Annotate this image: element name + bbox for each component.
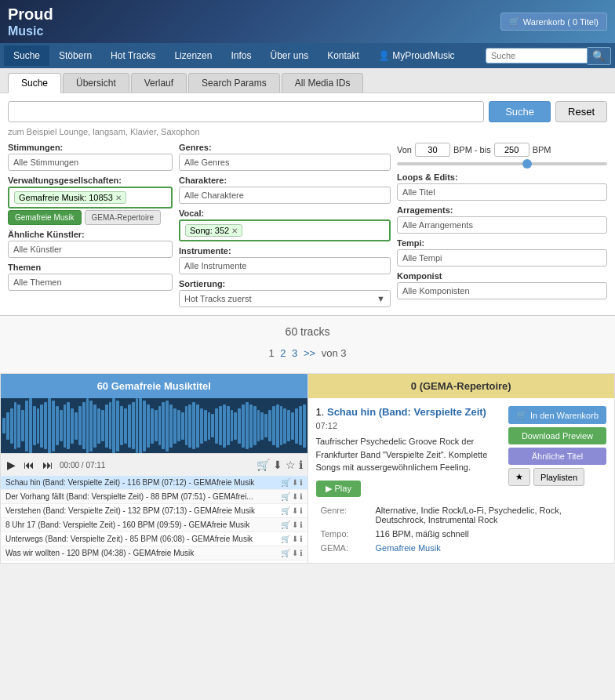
- results-summary: 60 tracks 1 2 3 >> von 3: [0, 316, 615, 373]
- filter-themen: Themen Alle Themen: [8, 263, 173, 291]
- btn-gemafreie[interactable]: Gemafreie Musik: [8, 210, 82, 225]
- track-dl-icon[interactable]: ⬇: [292, 506, 298, 515]
- track-dl-icon[interactable]: ⬇: [292, 549, 298, 557]
- filter-genres: Genres: Alle Genres: [179, 143, 391, 171]
- sortierung-label: Sortierung:: [179, 279, 391, 288]
- track-cart-icon[interactable]: 🛒: [281, 492, 290, 501]
- star-small-icon[interactable]: ☆: [286, 459, 296, 471]
- filter-instrumente: Instrumente: Alle Instrumente: [179, 246, 391, 274]
- track-item[interactable]: Unterwegs (Band: Verspielte Zeit) - 85 B…: [1, 532, 308, 546]
- filter-vocal: Vocal: Song: 352 ✕: [179, 209, 391, 241]
- page-3-link[interactable]: 3: [292, 347, 297, 359]
- genres-label: Genres:: [179, 143, 391, 152]
- loops-select[interactable]: Alle Titel: [397, 183, 607, 201]
- track-col-right: 0 (GEMA-Repertoire) 🛒 In den Warenkorb D…: [308, 373, 616, 564]
- verwaltung-tag-remove[interactable]: ✕: [115, 194, 122, 202]
- verwaltung-input[interactable]: Gemafreie Musik: 10853 ✕: [8, 187, 173, 209]
- aehnliche-select[interactable]: Alle Künstler: [8, 241, 173, 258]
- tempo-value: 116 BPM, mäßig schnell: [371, 527, 607, 541]
- arragements-select[interactable]: Alle Arrangements: [397, 216, 607, 234]
- search-input[interactable]: [8, 101, 484, 122]
- track-item[interactable]: Schau hin (Band: Verspielte Zeit) - 116 …: [1, 476, 308, 490]
- track-item[interactable]: Der Vorhang fällt (Band: Verspielte Zeit…: [1, 490, 308, 504]
- download-small-icon[interactable]: ⬇: [273, 459, 282, 471]
- right-panel: 🛒 In den Warenkorb Download Preview Ähnl…: [308, 398, 615, 563]
- star-button[interactable]: ★: [508, 468, 530, 486]
- track-info-icon[interactable]: ℹ: [300, 506, 303, 515]
- search-button[interactable]: Suche: [489, 101, 551, 122]
- nav-search-input[interactable]: [486, 48, 588, 63]
- nav-ueber-uns[interactable]: Über uns: [260, 45, 318, 66]
- play-button[interactable]: ▶ Play: [316, 481, 361, 497]
- next-button[interactable]: ⏭: [41, 457, 55, 473]
- tab-suche[interactable]: Suche: [8, 73, 61, 93]
- reset-button[interactable]: Reset: [555, 101, 607, 122]
- track-cart-icon[interactable]: 🛒: [281, 549, 290, 557]
- track-count: 60 tracks: [9, 325, 606, 338]
- nav-stoebern[interactable]: Stöbern: [49, 45, 101, 66]
- verwaltung-label: Verwaltungsgesellschaften:: [8, 176, 173, 185]
- tempi-select[interactable]: Alle Tempi: [397, 249, 607, 267]
- track-info-icon[interactable]: ℹ: [300, 478, 303, 487]
- instrumente-select[interactable]: Alle Instrumente: [179, 257, 391, 274]
- cart-button[interactable]: 🛒 Warenkorb ( 0 Titel): [500, 13, 607, 31]
- download-preview-button[interactable]: Download Preview: [508, 427, 606, 444]
- left-col-header: 60 Gemafreie Musiktitel: [1, 374, 308, 398]
- stimmungen-select[interactable]: Alle Stimmungen: [8, 154, 173, 171]
- nav-lizenzen[interactable]: Lizenzen: [165, 45, 221, 66]
- track-item[interactable]: Was wir wollten - 120 BPM (04:38) - GEMA…: [1, 546, 308, 560]
- track-item[interactable]: 8 Uhr 17 (Band: Verspielte Zeit) - 160 B…: [1, 518, 308, 532]
- track-dl-icon[interactable]: ⬇: [292, 535, 298, 543]
- nav-infos[interactable]: Infos: [221, 45, 260, 66]
- nav-search-button[interactable]: 🔍: [588, 47, 611, 65]
- gema-link[interactable]: Gemafreie Musik: [376, 543, 441, 553]
- genres-select[interactable]: Alle Genres: [179, 154, 391, 171]
- tab-verlauf[interactable]: Verlauf: [131, 73, 187, 92]
- track-title-link[interactable]: Schau hin (Band: Verspielte Zeit): [327, 406, 486, 418]
- prev-button[interactable]: ⏮: [22, 457, 36, 473]
- track-info-icon[interactable]: ℹ: [300, 549, 303, 557]
- playlist-button[interactable]: Playlisten: [533, 468, 584, 486]
- cart-small-icon[interactable]: 🛒: [257, 459, 270, 471]
- nav-suche[interactable]: Suche: [4, 45, 49, 66]
- bpm-slider[interactable]: [397, 162, 607, 165]
- vocal-input[interactable]: Song: 352 ✕: [179, 219, 391, 241]
- nav-kontakt[interactable]: Kontakt: [318, 45, 369, 66]
- vocal-tag-remove[interactable]: ✕: [231, 227, 238, 235]
- track-dl-icon[interactable]: ⬇: [292, 478, 298, 487]
- track-info-icon[interactable]: ℹ: [300, 535, 303, 543]
- track-info-icon[interactable]: ℹ: [300, 492, 303, 501]
- track-cart-icon[interactable]: 🛒: [281, 506, 290, 515]
- info-small-icon[interactable]: ℹ: [299, 459, 303, 471]
- track-cart-icon[interactable]: 🛒: [281, 520, 290, 529]
- komponist-select[interactable]: Alle Komponisten: [397, 282, 607, 299]
- sortierung-select[interactable]: Hot Tracks zuerst ▼: [179, 290, 391, 307]
- play-pause-button[interactable]: ▶: [5, 457, 17, 473]
- track-item[interactable]: Verstehen (Band: Verspielte Zeit) - 132 …: [1, 504, 308, 518]
- track-cart-icon[interactable]: 🛒: [281, 535, 290, 543]
- themen-select[interactable]: Alle Themen: [8, 274, 173, 291]
- tempi-label: Tempi:: [397, 238, 607, 248]
- track-dl-icon[interactable]: ⬇: [292, 492, 298, 501]
- waveform[interactable]: [1, 398, 308, 453]
- track-dl-icon[interactable]: ⬇: [292, 520, 298, 529]
- bpm-bis-input[interactable]: [494, 143, 529, 157]
- cart-icon: 🛒: [509, 16, 520, 27]
- nav-myproudmusic[interactable]: 👤 MyProudMusic: [369, 45, 464, 66]
- btn-gema-repertoire[interactable]: GEMA-Repertoire: [85, 210, 161, 225]
- track-item-text: Verstehen (Band: Verspielte Zeit) - 132 …: [5, 506, 278, 515]
- page-2-link[interactable]: 2: [280, 347, 286, 359]
- tab-search-params[interactable]: Search Params: [188, 73, 280, 92]
- tab-all-media-ids[interactable]: All Media IDs: [282, 73, 364, 92]
- filter-tempi: Tempi: Alle Tempi: [397, 238, 607, 267]
- similar-titles-button[interactable]: Ähnliche Titel: [508, 448, 606, 465]
- bpm-von-input[interactable]: [415, 143, 450, 157]
- track-info-icon[interactable]: ℹ: [300, 520, 303, 529]
- nav-hot-tracks[interactable]: Hot Tracks: [101, 45, 165, 66]
- charaktere-select[interactable]: Alle Charaktere: [179, 187, 391, 204]
- track-cart-icon[interactable]: 🛒: [281, 478, 290, 487]
- tab-uebersicht[interactable]: Übersicht: [63, 73, 129, 92]
- add-to-cart-button[interactable]: 🛒 In den Warenkorb: [508, 406, 606, 424]
- meta-gema-row: GEMA: Gemafreie Musik: [316, 541, 607, 555]
- page-next-link[interactable]: >>: [304, 347, 315, 359]
